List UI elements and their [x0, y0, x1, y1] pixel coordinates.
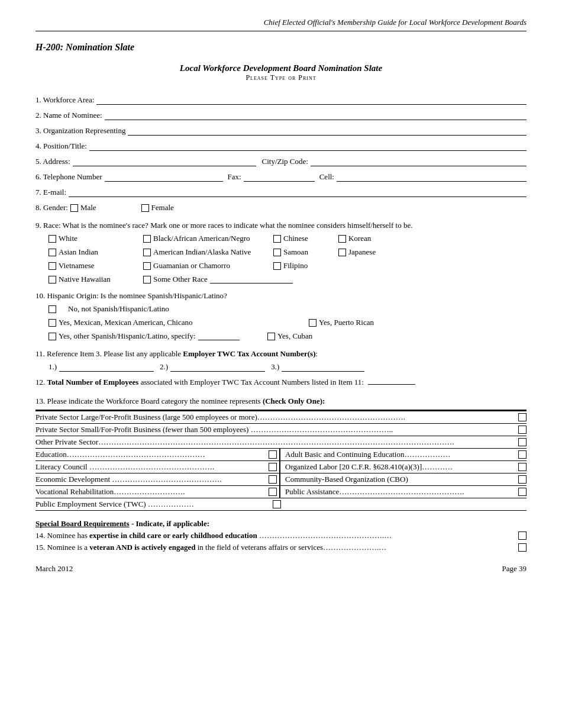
cat-private-large-label: Private Sector Large/For-Profit Business… [35, 413, 405, 422]
male-label: Male [80, 203, 96, 212]
race-row-2: Asian Indian American Indian/Alaska Nati… [49, 247, 527, 257]
hispanic-question: 10. Hispanic Origin: Is the nominee Span… [35, 291, 527, 301]
korean-checkbox[interactable] [338, 235, 346, 243]
cat-literacy-checkbox[interactable] [269, 463, 277, 471]
item14-text: 14. Nominee has expertise in child care … [35, 531, 392, 540]
email-input[interactable] [69, 188, 527, 197]
cat-education-checkbox[interactable] [269, 450, 277, 459]
not-hispanic-label: No, not Spanish/Hispanic/Latino [68, 304, 169, 314]
american-indian-label: American Indian/Alaska Native [153, 247, 251, 257]
male-checkbox[interactable] [70, 204, 78, 212]
fax-input[interactable] [244, 172, 315, 182]
cat-private-large-checkbox[interactable] [518, 413, 527, 421]
cat-public-assist-checkbox[interactable] [518, 488, 527, 496]
american-indian-checkbox[interactable] [143, 249, 151, 256]
workforce-area-label: 1. Workforce Area: [35, 95, 94, 105]
mexican-checkbox[interactable] [49, 319, 56, 327]
twc-num3-input[interactable] [282, 362, 364, 372]
cat-organized-labor-right: Organized Labor [20 C.F.R. §628.410(a)(3… [280, 461, 527, 473]
item11-row: 11. Reference Item 3. Please list any ap… [35, 349, 527, 359]
japanese-label: Japanese [348, 247, 376, 257]
item15-text: 15. Nominee is a veteran AND is actively… [35, 543, 386, 552]
cat-economic-label: Economic Development ……………………………………. [35, 475, 222, 484]
guamanian-label: Guamanian or Chamorro [153, 261, 230, 270]
korean-label: Korean [348, 234, 371, 243]
org-input[interactable] [128, 126, 527, 136]
asian-indian-label: Asian Indian [59, 247, 98, 257]
address-input[interactable] [73, 157, 256, 166]
position-input[interactable] [89, 141, 527, 151]
twc-num2-input[interactable] [170, 362, 265, 372]
cat-cbo-label: Community-Based Organization (CBO) [285, 475, 408, 484]
form-main-title: Local Workforce Development Board Nomina… [35, 63, 527, 73]
cat-literacy-label: Literacy Council …………………………………………. [35, 462, 214, 472]
cat-literacy-left: Literacy Council …………………………………………. [35, 461, 280, 473]
vietnamese-checkbox[interactable] [49, 262, 56, 270]
race-question: 9. Race: What is the nominee's race? Mar… [35, 221, 527, 230]
city-zip-input[interactable] [311, 157, 527, 166]
hispanic-row-3: Yes, other Spanish/Hispanic/Latino, spec… [49, 331, 527, 341]
cat-twc-checkbox[interactable] [273, 500, 281, 508]
item12-input[interactable] [368, 376, 415, 385]
form-title: Local Workforce Development Board Nomina… [35, 63, 527, 82]
other-race-label: Some Other Race [153, 275, 208, 284]
gender-label: 8. Gender: [35, 203, 68, 212]
workforce-area-input[interactable] [96, 95, 527, 105]
fax-label: Fax: [228, 172, 241, 182]
white-label: White [59, 234, 77, 243]
nominee-name-label: 2. Name of Nominee: [35, 111, 102, 120]
not-hispanic-checkbox[interactable] [49, 305, 56, 313]
cuban-label: Yes, Cuban [277, 331, 312, 341]
chinese-checkbox[interactable] [273, 235, 281, 243]
category-section: 13. Please indicate the Workforce Board … [35, 397, 527, 511]
cat-adult-basic-checkbox[interactable] [518, 450, 527, 459]
filipino-checkbox[interactable] [273, 262, 281, 270]
cat-cbo-checkbox[interactable] [518, 475, 527, 484]
cuban-checkbox[interactable] [267, 333, 275, 340]
telephone-input[interactable] [105, 172, 223, 182]
cat-private-small-checkbox[interactable] [518, 426, 527, 434]
guamanian-checkbox[interactable] [143, 262, 151, 270]
black-checkbox[interactable] [143, 235, 151, 243]
female-label: Female [151, 203, 174, 212]
other-hispanic-checkbox[interactable] [49, 333, 56, 340]
race-row-3: Vietnamese Guamanian or Chamorro Filipin… [49, 261, 527, 270]
puerto-rican-label: Yes, Puerto Rican [319, 318, 374, 327]
item12-row: 12. Total Number of Employees associated… [35, 376, 527, 387]
cell-input[interactable] [337, 172, 527, 182]
twc-num1-input[interactable] [59, 362, 154, 372]
footer-right: Page 39 [502, 564, 527, 574]
cat-other-private-checkbox[interactable] [518, 438, 527, 446]
white-checkbox[interactable] [49, 235, 56, 243]
page-header: Chief Elected Official's Membership Guid… [35, 18, 527, 31]
other-hispanic-input[interactable] [198, 332, 240, 340]
samoan-checkbox[interactable] [273, 249, 281, 256]
item14-checkbox[interactable] [518, 531, 527, 540]
female-checkbox[interactable] [141, 204, 149, 212]
cat-economic-checkbox[interactable] [269, 475, 277, 484]
item15-checkbox[interactable] [518, 543, 527, 552]
email-row: 7. E-mail: [35, 188, 527, 197]
cat-vocational-checkbox[interactable] [269, 488, 277, 496]
cat-organized-labor-checkbox[interactable] [518, 463, 527, 471]
item15-row: 15. Nominee is a veteran AND is actively… [35, 543, 527, 552]
chinese-label: Chinese [283, 234, 308, 243]
filipino-label: Filipino [283, 261, 308, 270]
other-race-checkbox[interactable] [143, 276, 151, 284]
cat-vocational-row: Vocational Rehabilitation………………………. Publ… [35, 485, 527, 498]
japanese-checkbox[interactable] [338, 249, 346, 256]
email-label: 7. E-mail: [35, 188, 66, 197]
asian-indian-checkbox[interactable] [49, 249, 56, 256]
native-hawaiian-checkbox[interactable] [49, 276, 56, 284]
nominee-name-input[interactable] [105, 111, 527, 120]
cat-private-small: Private Sector Small/For-Profit Business… [35, 423, 527, 436]
cat-vocational-label: Vocational Rehabilitation………………………. [35, 487, 185, 497]
telephone-row: 6. Telephone Number Fax: Cell: [35, 172, 527, 182]
cat-education-row: Education……………………………………………… Adult Basic … [35, 448, 527, 460]
other-race-input[interactable] [210, 275, 293, 284]
race-section: 9. Race: What is the nominee's race? Mar… [35, 221, 527, 284]
item14-row: 14. Nominee has expertise in child care … [35, 531, 527, 540]
cat-education-label: Education……………………………………………… [35, 450, 205, 459]
nominee-name-row: 2. Name of Nominee: [35, 111, 527, 120]
puerto-rican-checkbox[interactable] [309, 319, 316, 327]
